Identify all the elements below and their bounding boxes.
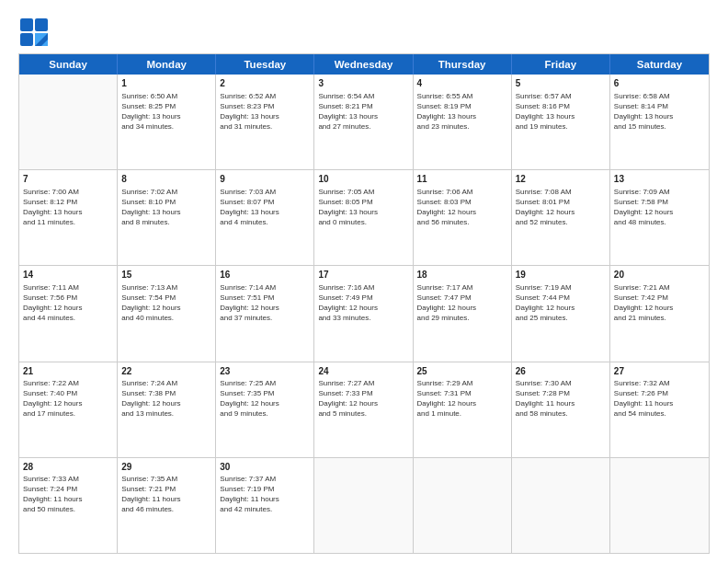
calendar-row-5: 28Sunrise: 7:33 AMSunset: 7:24 PMDayligh… <box>19 458 709 553</box>
day-number: 16 <box>220 269 310 282</box>
day-cell-26: 26Sunrise: 7:30 AMSunset: 7:28 PMDayligh… <box>512 362 610 457</box>
day-number: 27 <box>614 365 705 378</box>
weekday-header-friday: Friday <box>512 54 610 75</box>
day-cell-4: 4Sunrise: 6:55 AMSunset: 8:19 PMDaylight… <box>414 75 512 169</box>
day-cell-23: 23Sunrise: 7:25 AMSunset: 7:35 PMDayligh… <box>216 362 314 457</box>
svg-rect-2 <box>20 33 33 46</box>
day-number: 13 <box>614 173 705 186</box>
weekday-header-monday: Monday <box>118 54 216 75</box>
day-cell-29: 29Sunrise: 7:35 AMSunset: 7:21 PMDayligh… <box>118 458 216 553</box>
header <box>18 17 710 48</box>
day-cell-30: 30Sunrise: 7:37 AMSunset: 7:19 PMDayligh… <box>216 458 314 553</box>
day-number: 19 <box>516 269 606 282</box>
day-info: Sunrise: 7:09 AMSunset: 7:58 PMDaylight:… <box>614 187 705 227</box>
empty-cell-r4c3 <box>314 458 413 553</box>
day-cell-19: 19Sunrise: 7:19 AMSunset: 7:44 PMDayligh… <box>512 266 610 361</box>
day-info: Sunrise: 7:35 AMSunset: 7:21 PMDaylight:… <box>121 474 211 514</box>
day-cell-13: 13Sunrise: 7:09 AMSunset: 7:58 PMDayligh… <box>610 170 709 265</box>
day-info: Sunrise: 6:57 AMSunset: 8:16 PMDaylight:… <box>516 91 606 132</box>
day-cell-18: 18Sunrise: 7:17 AMSunset: 7:47 PMDayligh… <box>414 266 512 361</box>
day-info: Sunrise: 6:50 AMSunset: 8:25 PMDaylight:… <box>121 91 211 132</box>
day-cell-3: 3Sunrise: 6:54 AMSunset: 8:21 PMDaylight… <box>314 75 413 169</box>
day-cell-6: 6Sunrise: 6:58 AMSunset: 8:14 PMDaylight… <box>610 75 709 169</box>
empty-cell-r0c0 <box>19 75 118 169</box>
day-info: Sunrise: 7:02 AMSunset: 8:10 PMDaylight:… <box>121 187 211 227</box>
svg-rect-0 <box>20 18 33 31</box>
weekday-header-thursday: Thursday <box>414 54 512 75</box>
day-number: 21 <box>23 365 113 378</box>
calendar-row-1: 1Sunrise: 6:50 AMSunset: 8:25 PMDaylight… <box>19 75 709 170</box>
logo-icon <box>18 17 50 48</box>
calendar-row-4: 21Sunrise: 7:22 AMSunset: 7:40 PMDayligh… <box>19 362 709 458</box>
day-cell-9: 9Sunrise: 7:03 AMSunset: 8:07 PMDaylight… <box>216 170 314 265</box>
day-number: 9 <box>220 173 310 186</box>
calendar-header: SundayMondayTuesdayWednesdayThursdayFrid… <box>19 54 709 75</box>
day-info: Sunrise: 7:24 AMSunset: 7:38 PMDaylight:… <box>121 378 211 419</box>
day-info: Sunrise: 7:16 AMSunset: 7:49 PMDaylight:… <box>318 282 408 323</box>
day-number: 15 <box>121 269 211 282</box>
day-info: Sunrise: 7:13 AMSunset: 7:54 PMDaylight:… <box>121 282 211 323</box>
day-number: 17 <box>318 269 408 282</box>
day-cell-11: 11Sunrise: 7:06 AMSunset: 8:03 PMDayligh… <box>414 170 512 265</box>
calendar-row-2: 7Sunrise: 7:00 AMSunset: 8:12 PMDaylight… <box>19 170 709 266</box>
day-number: 4 <box>417 77 507 90</box>
day-number: 24 <box>318 365 408 378</box>
weekday-header-sunday: Sunday <box>19 54 118 75</box>
day-info: Sunrise: 6:52 AMSunset: 8:23 PMDaylight:… <box>220 91 310 132</box>
day-info: Sunrise: 7:27 AMSunset: 7:33 PMDaylight:… <box>318 378 408 419</box>
day-cell-24: 24Sunrise: 7:27 AMSunset: 7:33 PMDayligh… <box>314 362 413 457</box>
day-number: 10 <box>318 173 408 186</box>
day-number: 3 <box>318 77 408 90</box>
day-number: 11 <box>417 173 507 186</box>
day-number: 14 <box>23 269 113 282</box>
day-cell-16: 16Sunrise: 7:14 AMSunset: 7:51 PMDayligh… <box>216 266 314 361</box>
day-info: Sunrise: 7:14 AMSunset: 7:51 PMDaylight:… <box>220 282 310 323</box>
day-info: Sunrise: 7:25 AMSunset: 7:35 PMDaylight:… <box>220 378 310 419</box>
day-number: 7 <box>23 173 113 186</box>
day-cell-22: 22Sunrise: 7:24 AMSunset: 7:38 PMDayligh… <box>118 362 216 457</box>
day-number: 6 <box>614 77 705 90</box>
day-info: Sunrise: 7:00 AMSunset: 8:12 PMDaylight:… <box>23 187 113 227</box>
empty-cell-r4c4 <box>414 458 512 553</box>
day-number: 30 <box>220 461 310 474</box>
day-number: 5 <box>516 77 606 90</box>
page: SundayMondayTuesdayWednesdayThursdayFrid… <box>0 0 728 563</box>
day-cell-25: 25Sunrise: 7:29 AMSunset: 7:31 PMDayligh… <box>414 362 512 457</box>
day-info: Sunrise: 7:30 AMSunset: 7:28 PMDaylight:… <box>516 378 606 419</box>
day-info: Sunrise: 7:19 AMSunset: 7:44 PMDaylight:… <box>516 282 606 323</box>
calendar: SundayMondayTuesdayWednesdayThursdayFrid… <box>18 53 710 554</box>
day-cell-12: 12Sunrise: 7:08 AMSunset: 8:01 PMDayligh… <box>512 170 610 265</box>
day-info: Sunrise: 7:33 AMSunset: 7:24 PMDaylight:… <box>23 474 113 514</box>
day-cell-20: 20Sunrise: 7:21 AMSunset: 7:42 PMDayligh… <box>610 266 709 361</box>
day-info: Sunrise: 7:29 AMSunset: 7:31 PMDaylight:… <box>417 378 507 419</box>
day-number: 26 <box>516 365 606 378</box>
day-cell-17: 17Sunrise: 7:16 AMSunset: 7:49 PMDayligh… <box>314 266 413 361</box>
day-number: 1 <box>121 77 211 90</box>
day-info: Sunrise: 7:37 AMSunset: 7:19 PMDaylight:… <box>220 474 310 514</box>
day-number: 22 <box>121 365 211 378</box>
day-cell-15: 15Sunrise: 7:13 AMSunset: 7:54 PMDayligh… <box>118 266 216 361</box>
day-info: Sunrise: 6:54 AMSunset: 8:21 PMDaylight:… <box>318 91 408 132</box>
day-number: 12 <box>516 173 606 186</box>
day-number: 23 <box>220 365 310 378</box>
day-cell-2: 2Sunrise: 6:52 AMSunset: 8:23 PMDaylight… <box>216 75 314 169</box>
day-cell-8: 8Sunrise: 7:02 AMSunset: 8:10 PMDaylight… <box>118 170 216 265</box>
day-number: 25 <box>417 365 507 378</box>
day-info: Sunrise: 7:17 AMSunset: 7:47 PMDaylight:… <box>417 282 507 323</box>
day-cell-10: 10Sunrise: 7:05 AMSunset: 8:05 PMDayligh… <box>314 170 413 265</box>
day-number: 18 <box>417 269 507 282</box>
calendar-body: 1Sunrise: 6:50 AMSunset: 8:25 PMDaylight… <box>19 75 709 553</box>
day-cell-27: 27Sunrise: 7:32 AMSunset: 7:26 PMDayligh… <box>610 362 709 457</box>
day-cell-14: 14Sunrise: 7:11 AMSunset: 7:56 PMDayligh… <box>19 266 118 361</box>
day-cell-28: 28Sunrise: 7:33 AMSunset: 7:24 PMDayligh… <box>19 458 118 553</box>
weekday-header-tuesday: Tuesday <box>216 54 314 75</box>
weekday-header-saturday: Saturday <box>610 54 709 75</box>
day-info: Sunrise: 6:58 AMSunset: 8:14 PMDaylight:… <box>614 91 705 132</box>
day-info: Sunrise: 7:05 AMSunset: 8:05 PMDaylight:… <box>318 187 408 227</box>
day-number: 20 <box>614 269 705 282</box>
day-info: Sunrise: 7:03 AMSunset: 8:07 PMDaylight:… <box>220 187 310 227</box>
empty-cell-r4c6 <box>610 458 709 553</box>
day-cell-5: 5Sunrise: 6:57 AMSunset: 8:16 PMDaylight… <box>512 75 610 169</box>
logo <box>18 17 51 48</box>
day-number: 2 <box>220 77 310 90</box>
